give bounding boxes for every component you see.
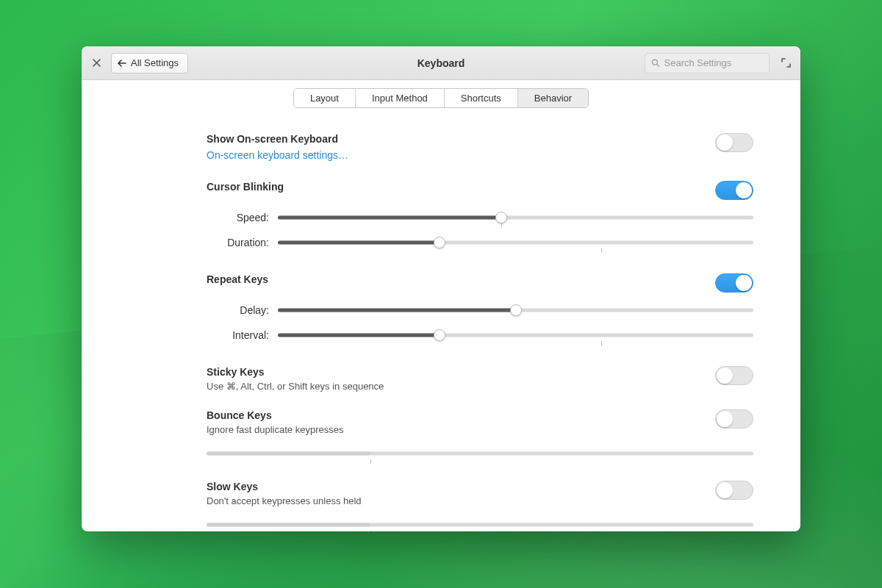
titlebar-right [645, 53, 793, 74]
repeat-interval-slider[interactable] [278, 328, 753, 343]
arrow-left-icon [118, 60, 126, 67]
bounce-keys-subtitle: Ignore fast duplicate keypresses [207, 424, 343, 435]
tab-shortcuts[interactable]: Shortcuts [445, 89, 518, 107]
section-onscreen-keyboard: Show On-screen Keyboard On-screen keyboa… [207, 133, 753, 162]
tab-input-method[interactable]: Input Method [356, 89, 445, 107]
repeat-interval-row: Interval: [207, 328, 753, 343]
window-maximize-button[interactable] [778, 56, 793, 71]
close-icon [93, 59, 101, 67]
section-repeat-keys: Repeat Keys Delay: Interval: [207, 273, 753, 343]
cursor-blinking-switch[interactable] [715, 181, 753, 200]
cursor-duration-label: Duration: [207, 237, 269, 248]
sticky-keys-switch[interactable] [715, 366, 753, 385]
slow-keys-subtitle: Don't accept keypresses unless held [207, 495, 362, 506]
repeat-keys-title: Repeat Keys [207, 273, 268, 285]
repeat-interval-label: Interval: [207, 329, 269, 341]
bounce-keys-switch[interactable] [715, 409, 753, 429]
bounce-keys-slider[interactable] [207, 447, 753, 460]
tab-behavior[interactable]: Behavior [518, 89, 588, 107]
slow-keys-switch[interactable] [715, 481, 753, 500]
cursor-duration-row: Duration: [207, 235, 753, 250]
cursor-speed-row: Speed: [207, 210, 753, 225]
onscreen-keyboard-settings-link[interactable]: On-screen keyboard settings… [207, 149, 348, 161]
section-slow-keys: Slow Keys Don't accept keypresses unless… [207, 481, 753, 531]
tab-group: Layout Input Method Shortcuts Behavior [293, 88, 589, 108]
repeat-delay-label: Delay: [207, 304, 269, 316]
repeat-keys-switch[interactable] [715, 273, 753, 293]
onscreen-keyboard-title: Show On-screen Keyboard [207, 133, 348, 145]
content-scroll-area[interactable]: Show On-screen Keyboard On-screen keyboa… [82, 112, 800, 531]
search-icon [651, 58, 660, 68]
search-field[interactable] [645, 53, 770, 74]
sticky-keys-subtitle: Use ⌘, Alt, Ctrl, or Shift keys in seque… [207, 381, 384, 392]
cursor-duration-slider[interactable] [278, 235, 753, 250]
slow-keys-slider[interactable] [207, 518, 753, 531]
section-sticky-keys: Sticky Keys Use ⌘, Alt, Ctrl, or Shift k… [207, 366, 753, 392]
tab-layout[interactable]: Layout [294, 89, 356, 107]
cursor-speed-slider[interactable] [278, 210, 753, 225]
all-settings-button[interactable]: All Settings [111, 53, 188, 74]
repeat-delay-row: Delay: [207, 303, 753, 318]
all-settings-label: All Settings [131, 57, 179, 68]
behavior-content: Show On-screen Keyboard On-screen keyboa… [82, 112, 796, 531]
bounce-keys-title: Bounce Keys [207, 409, 343, 421]
slow-keys-title: Slow Keys [207, 481, 362, 492]
window-close-button[interactable] [89, 56, 104, 71]
maximize-icon [781, 58, 791, 68]
repeat-delay-slider[interactable] [278, 303, 753, 318]
search-input[interactable] [664, 57, 764, 68]
onscreen-keyboard-switch[interactable] [715, 133, 753, 152]
titlebar: All Settings Keyboard [82, 46, 800, 80]
tabs-row: Layout Input Method Shortcuts Behavior [82, 80, 800, 112]
settings-window: All Settings Keyboard Layout Input Metho… [82, 46, 800, 531]
section-cursor-blinking: Cursor Blinking Speed: Duration: [207, 181, 753, 250]
section-bounce-keys: Bounce Keys Ignore fast duplicate keypre… [207, 409, 753, 460]
cursor-blinking-title: Cursor Blinking [207, 181, 284, 193]
cursor-speed-label: Speed: [207, 212, 269, 223]
sticky-keys-title: Sticky Keys [207, 366, 384, 378]
